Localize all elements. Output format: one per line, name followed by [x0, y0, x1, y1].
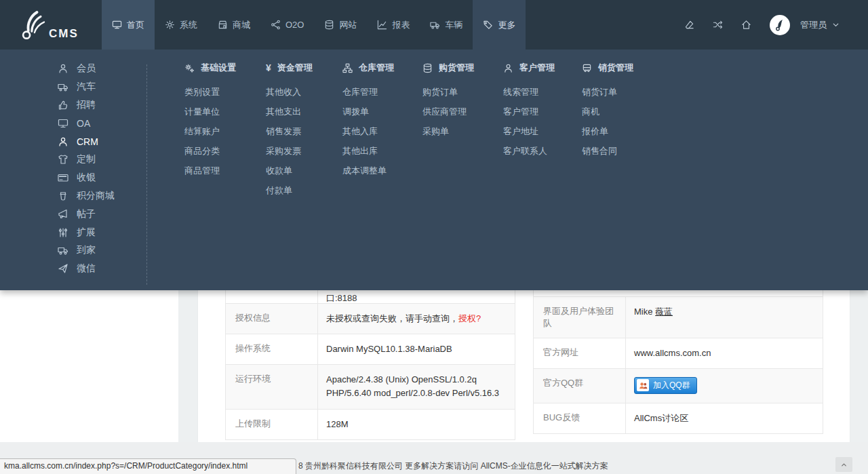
team-member-link[interactable]: 薇蓝	[655, 307, 673, 317]
mega-menu-link-购货订单[interactable]: 购货订单	[422, 82, 474, 102]
bankcard-icon	[58, 172, 68, 183]
system-info-table: 口:8188授权信息未授权或查询失败，请手动查询，授权?操作系统Darwin M…	[225, 290, 515, 440]
info-label: 上传限制	[226, 410, 318, 439]
mega-sidebar-item-帖子[interactable]: 帖子	[58, 205, 115, 223]
nav-tab-O2O[interactable]: O2O	[260, 0, 314, 50]
app-logo[interactable]: CMS	[0, 0, 102, 50]
user-menu[interactable]: 管理员	[800, 19, 841, 31]
mega-sidebar-label: 招聘	[77, 99, 96, 111]
mega-menu-link-商机[interactable]: 商机	[582, 102, 633, 121]
info-label: 运行环境	[226, 365, 318, 408]
mega-sidebar-item-CRM[interactable]: CRM	[58, 132, 115, 151]
mega-menu-link-其他支出[interactable]: 其他支出	[266, 102, 313, 121]
mega-menu-link-其他入库[interactable]: 其他入库	[342, 121, 394, 141]
user-avatar[interactable]	[770, 15, 790, 35]
mega-menu-link-采购单[interactable]: 采购单	[422, 121, 474, 141]
mega-menu-link-收款单[interactable]: 收款单	[266, 161, 313, 180]
user-icon	[58, 136, 68, 147]
share-icon	[271, 20, 281, 30]
mega-sidebar-item-扩展[interactable]: 扩展	[58, 223, 115, 241]
mega-menu-link-付款单[interactable]: 付款单	[266, 180, 313, 200]
mega-menu-link-结算账户[interactable]: 结算账户	[184, 121, 236, 141]
mega-menu-link-调拨单[interactable]: 调拨单	[342, 102, 394, 121]
logo-flame-icon	[20, 10, 47, 41]
logo-text: CMS	[49, 28, 79, 41]
mega-column-客户管理: 客户管理线索管理客户管理客户地址客户联系人	[503, 61, 555, 161]
table-row: 操作系统Darwin MySQL10.1.38-MariaDB	[226, 334, 515, 365]
table-row-clipped	[534, 290, 823, 297]
nav-tab-商城[interactable]: 商城	[208, 0, 260, 50]
mega-sidebar-item-汽车[interactable]: 汽车	[58, 78, 115, 96]
chart-icon	[377, 20, 387, 30]
mega-menu-link-商品管理[interactable]: 商品管理	[184, 161, 236, 180]
gear-icon	[165, 20, 175, 30]
mega-sidebar-item-到家[interactable]: 到家	[58, 241, 115, 260]
authorize-link[interactable]: 授权?	[458, 313, 481, 323]
mega-menu-sidebar: 会员汽车招聘OACRM定制收银积分商城帖子扩展到家微信	[58, 60, 115, 278]
mega-column-title[interactable]: 购货管理	[422, 61, 474, 75]
mega-menu-link-类别设置[interactable]: 类别设置	[184, 82, 236, 102]
mega-menu-link-销售发票[interactable]: 销售发票	[266, 121, 313, 141]
nav-tab-系统[interactable]: 系统	[155, 0, 208, 50]
mega-column-销货管理: 销货管理销货订单商机报价单销售合同	[582, 61, 633, 161]
thumb-icon	[58, 100, 68, 111]
nav-tab-网站[interactable]: 网站	[314, 0, 367, 50]
mega-column-title[interactable]: 销货管理	[582, 61, 633, 75]
sitemap-icon	[342, 63, 353, 73]
mega-column-title[interactable]: ¥资金管理	[266, 61, 313, 75]
mega-sidebar-item-招聘[interactable]: 招聘	[58, 96, 115, 115]
mega-sidebar-item-会员[interactable]: 会员	[58, 60, 115, 78]
mega-menu-link-其他出库[interactable]: 其他出库	[342, 141, 394, 161]
mega-menu-link-线索管理[interactable]: 线索管理	[503, 82, 555, 102]
truck-icon	[430, 20, 440, 30]
nav-tab-label: 商城	[233, 19, 250, 31]
nav-tab-label: 网站	[339, 19, 357, 31]
mega-menu-link-报价单[interactable]: 报价单	[582, 121, 633, 141]
gears-icon	[184, 63, 195, 73]
mega-sidebar-label: 会员	[77, 62, 96, 75]
mega-column-title[interactable]: 客户管理	[503, 61, 555, 75]
browser-status-url: kma.allcms.com.cn/index.php?s=/CRM/Produ…	[0, 458, 296, 474]
mega-menu-link-销售合同[interactable]: 销售合同	[582, 141, 633, 161]
mega-menu-link-销货订单[interactable]: 销货订单	[582, 82, 633, 102]
mega-column-仓库管理: 仓库管理仓库管理调拨单其他入库其他出库成本调整单	[342, 61, 394, 180]
mega-sidebar-item-OA[interactable]: OA	[58, 114, 115, 132]
nav-tab-首页[interactable]: 首页	[102, 0, 155, 50]
mega-sidebar-label: 汽车	[77, 81, 96, 93]
mega-menu-link-采购发票[interactable]: 采购发票	[266, 141, 313, 161]
tag-icon	[483, 20, 493, 30]
mega-menu-link-客户地址[interactable]: 客户地址	[503, 121, 555, 141]
nav-tab-车辆[interactable]: 车辆	[420, 0, 473, 50]
nav-tab-label: 更多	[498, 19, 515, 31]
info-value: AllCms讨论区	[634, 413, 688, 423]
user-icon	[58, 63, 68, 74]
mega-menu-link-客户管理[interactable]: 客户管理	[503, 102, 555, 121]
mega-menu-link-成本调整单[interactable]: 成本调整单	[342, 161, 394, 180]
mega-menu-link-客户联系人[interactable]: 客户联系人	[503, 141, 555, 161]
mega-menu-link-仓库管理[interactable]: 仓库管理	[342, 82, 394, 102]
scroll-top-button[interactable]	[835, 457, 852, 472]
mega-sidebar-item-定制[interactable]: 定制	[58, 151, 115, 169]
mega-column-title-label: 客户管理	[519, 62, 555, 74]
mega-menu-link-其他收入[interactable]: 其他收入	[266, 82, 313, 102]
desktop-icon	[112, 20, 122, 30]
mega-column-title[interactable]: 仓库管理	[342, 61, 394, 75]
truck-icon	[58, 81, 68, 92]
nav-tab-报表[interactable]: 报表	[367, 0, 420, 50]
mega-sidebar-item-收银[interactable]: 收银	[58, 169, 115, 187]
mega-column-title[interactable]: 基础设置	[184, 61, 236, 75]
mega-column-title-label: 仓库管理	[359, 62, 394, 74]
home-icon[interactable]	[741, 20, 751, 30]
mega-sidebar-item-微信[interactable]: 微信	[58, 260, 115, 278]
info-label: BUG反馈	[534, 403, 626, 433]
nav-tab-更多[interactable]: 更多	[473, 0, 526, 50]
mega-menu-link-计量单位[interactable]: 计量单位	[184, 102, 236, 121]
mega-menu-link-供应商管理[interactable]: 供应商管理	[422, 102, 474, 121]
mega-sidebar-item-积分商城[interactable]: 积分商城	[58, 187, 115, 205]
mega-sidebar-label: OA	[77, 118, 90, 129]
info-label: 界面及用户体验团队	[534, 297, 626, 338]
mega-menu-link-商品分类[interactable]: 商品分类	[184, 141, 236, 161]
join-qq-group-button[interactable]: 加入QQ群	[634, 377, 697, 394]
eraser-icon[interactable]	[684, 20, 694, 30]
shuffle-icon[interactable]	[713, 20, 723, 30]
